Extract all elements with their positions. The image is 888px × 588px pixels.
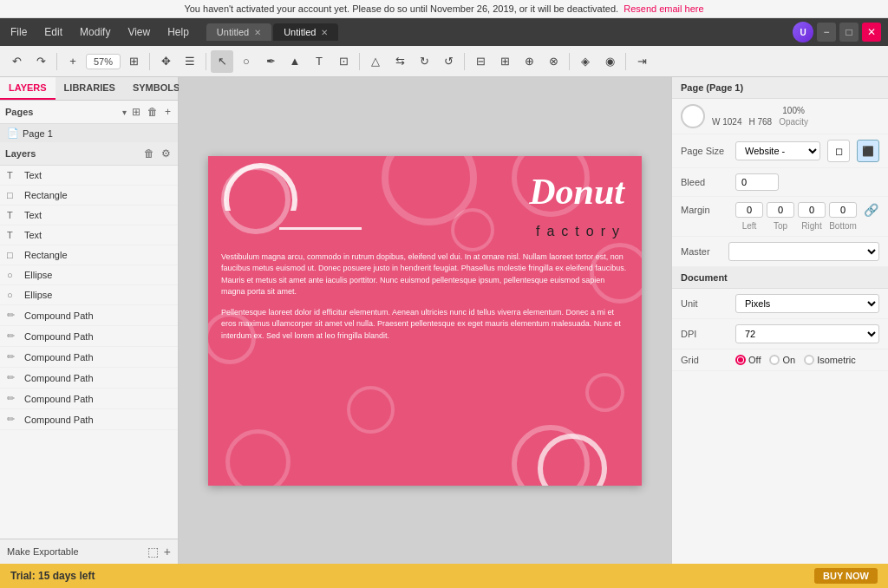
layers-delete-icon[interactable]: 🗑 bbox=[142, 146, 156, 161]
minimize-button[interactable]: − bbox=[817, 23, 836, 42]
move-tool[interactable]: ✥ bbox=[154, 50, 177, 73]
layer-item-compound-4[interactable]: ✏ Compound Path bbox=[0, 368, 178, 389]
group-button[interactable]: ⊕ bbox=[518, 50, 540, 73]
close-window-button[interactable]: ✕ bbox=[862, 23, 881, 42]
distribute-button[interactable]: ⊞ bbox=[493, 50, 516, 73]
margin-inputs bbox=[735, 202, 857, 218]
menu-file[interactable]: File bbox=[7, 24, 30, 40]
layer-item-rect-1[interactable]: □ Rectangle bbox=[0, 186, 178, 206]
pages-grid-icon[interactable]: ⊞ bbox=[130, 104, 142, 120]
menu-modify[interactable]: Modify bbox=[76, 24, 114, 40]
margin-right-label: Right bbox=[798, 221, 826, 231]
ellipse-layer-icon-1: ○ bbox=[7, 270, 19, 280]
layer-item-compound-1[interactable]: ✏ Compound Path bbox=[0, 305, 178, 326]
orientation-portrait-btn[interactable]: ◻ bbox=[827, 140, 850, 162]
height-label: H 768 bbox=[748, 117, 772, 127]
select-tool[interactable]: ↖ bbox=[211, 50, 233, 73]
layer-item-compound-2[interactable]: ✏ Compound Path bbox=[0, 326, 178, 347]
layers-settings-icon[interactable]: ⚙ bbox=[160, 146, 173, 161]
buy-now-button[interactable]: BUY NOW bbox=[814, 568, 878, 584]
page-size-dropdown[interactable]: Website - bbox=[735, 141, 820, 160]
export-button[interactable]: ⇥ bbox=[630, 50, 653, 73]
grid-isometric-option[interactable]: Isometric bbox=[804, 355, 856, 365]
add-exportable-icon[interactable]: + bbox=[164, 545, 171, 559]
zoom-in-button[interactable]: + bbox=[62, 50, 84, 73]
tab-libraries[interactable]: LIBRARIES bbox=[56, 77, 124, 100]
layer-item-compound-3[interactable]: ✏ Compound Path bbox=[0, 347, 178, 368]
margin-right-input[interactable] bbox=[798, 202, 826, 218]
grid-on-option[interactable]: On bbox=[769, 355, 795, 365]
close-tab-2-icon[interactable]: ✕ bbox=[321, 28, 328, 37]
pages-add-icon[interactable]: + bbox=[163, 104, 173, 120]
page-section-title: Page (Page 1) bbox=[672, 77, 888, 99]
white-arc bbox=[224, 163, 297, 211]
grid-off-radio[interactable] bbox=[735, 355, 746, 365]
unit-dropdown[interactable]: Pixels bbox=[735, 294, 879, 313]
master-dropdown[interactable] bbox=[728, 242, 879, 261]
master-label: Master bbox=[681, 246, 728, 257]
user-avatar[interactable]: U bbox=[793, 22, 813, 42]
zoom-out-button[interactable]: ⊞ bbox=[122, 50, 145, 73]
rotate-ccw-button[interactable]: ↺ bbox=[437, 50, 460, 73]
canvas-area: Donut factory Vestibulum magna arcu, com… bbox=[179, 77, 671, 564]
fill-tool[interactable]: ▲ bbox=[284, 50, 306, 73]
undo-button[interactable]: ↶ bbox=[5, 50, 28, 73]
pages-delete-icon[interactable]: 🗑 bbox=[146, 104, 160, 120]
tab-untitled-2[interactable]: Untitled ✕ bbox=[273, 23, 338, 41]
grid-isometric-radio[interactable] bbox=[804, 355, 814, 365]
margin-bottom-input[interactable] bbox=[829, 202, 857, 218]
menu-view[interactable]: View bbox=[124, 24, 153, 40]
grid-on-radio[interactable] bbox=[769, 355, 780, 365]
text-layer-icon-2: T bbox=[7, 210, 19, 220]
hand-tool[interactable]: ☰ bbox=[179, 50, 201, 73]
menu-edit[interactable]: Edit bbox=[41, 24, 66, 40]
pages-icons: ⊞ 🗑 + bbox=[130, 104, 173, 120]
color-swatch[interactable] bbox=[681, 104, 705, 128]
layer-item-text-2[interactable]: T Text bbox=[0, 206, 178, 225]
image-tool[interactable]: ⊡ bbox=[332, 50, 355, 73]
layer-item-ellipse-2[interactable]: ○ Ellipse bbox=[0, 285, 178, 305]
layer-item-compound-6[interactable]: ✏ Compound Path bbox=[0, 409, 178, 430]
layer-item-rect-2[interactable]: □ Rectangle bbox=[0, 245, 178, 265]
shape-tool[interactable]: ○ bbox=[235, 50, 258, 73]
maximize-button[interactable]: □ bbox=[839, 23, 859, 42]
margin-left-input[interactable] bbox=[735, 202, 763, 218]
height-group: H 768 bbox=[748, 117, 772, 127]
orientation-landscape-btn[interactable]: ⬛ bbox=[857, 140, 879, 162]
text-layer-icon-3: T bbox=[7, 230, 19, 240]
layer-item-compound-5[interactable]: ✏ Compound Path bbox=[0, 389, 178, 409]
resend-link[interactable]: Resend email here bbox=[624, 3, 703, 14]
dpi-dropdown[interactable]: 72 bbox=[735, 324, 879, 343]
menu-help[interactable]: Help bbox=[164, 24, 193, 40]
layer-label-compound-6: Compound Path bbox=[24, 415, 94, 425]
align-left-button[interactable]: ⊟ bbox=[469, 50, 492, 73]
bleed-input[interactable] bbox=[735, 173, 779, 191]
toolbar-separator-1 bbox=[56, 53, 57, 70]
triangle-tool[interactable]: △ bbox=[364, 50, 387, 73]
layer-item-text-1[interactable]: T Text bbox=[0, 166, 178, 186]
tab-untitled-1[interactable]: Untitled ✕ bbox=[206, 23, 271, 41]
flip-h-button[interactable]: ⇆ bbox=[388, 50, 411, 73]
text-tool[interactable]: T bbox=[308, 50, 330, 73]
unit-row: Unit Pixels bbox=[672, 289, 888, 319]
ungroup-button[interactable]: ⊗ bbox=[542, 50, 565, 73]
layer-item-ellipse-1[interactable]: ○ Ellipse bbox=[0, 265, 178, 285]
margin-top-input[interactable] bbox=[767, 202, 794, 218]
boolean-button[interactable]: ◈ bbox=[574, 50, 597, 73]
layer-label-text-2: Text bbox=[24, 210, 42, 220]
page-size-row: Page Size Website - ◻ ⬛ bbox=[672, 134, 888, 168]
margin-link-icon[interactable]: 🔗 bbox=[864, 203, 878, 217]
pen-tool[interactable]: ✒ bbox=[259, 50, 282, 73]
tab-layers[interactable]: LAYERS bbox=[0, 77, 56, 100]
redo-button[interactable]: ↷ bbox=[29, 50, 52, 73]
bleed-row: Bleed bbox=[672, 168, 888, 197]
master-row: Master bbox=[672, 237, 888, 267]
grid-off-option[interactable]: Off bbox=[735, 355, 761, 365]
close-tab-1-icon[interactable]: ✕ bbox=[254, 28, 261, 37]
export-file-icon[interactable]: ⬚ bbox=[147, 545, 159, 559]
rotate-cw-button[interactable]: ↻ bbox=[413, 50, 435, 73]
subtract-button[interactable]: ◉ bbox=[598, 50, 621, 73]
width-group: W 1024 bbox=[712, 117, 741, 127]
layer-item-text-3[interactable]: T Text bbox=[0, 225, 178, 245]
page-item-1[interactable]: 📄 Page 1 bbox=[0, 124, 178, 142]
